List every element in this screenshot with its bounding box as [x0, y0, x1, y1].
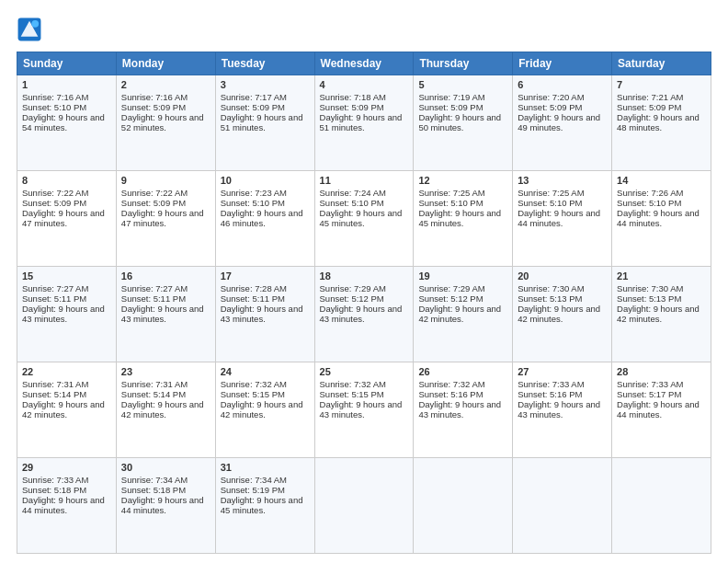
day-cell: 23Sunrise: 7:31 AMSunset: 5:14 PMDayligh…	[116, 362, 215, 458]
sunset-label: Sunset: 5:09 PM	[121, 198, 186, 208]
daylight-label: Daylight: 9 hours and 54 minutes.	[22, 112, 105, 132]
daylight-label: Daylight: 9 hours and 44 minutes.	[121, 495, 204, 515]
sunset-label: Sunset: 5:12 PM	[320, 293, 384, 304]
day-number: 31	[221, 462, 310, 473]
sunset-label: Sunset: 5:17 PM	[617, 389, 681, 399]
daylight-label: Daylight: 9 hours and 44 minutes.	[617, 208, 700, 228]
daylight-label: Daylight: 9 hours and 43 minutes.	[22, 304, 105, 324]
sunrise-label: Sunrise: 7:31 AM	[22, 379, 88, 389]
sunrise-label: Sunrise: 7:28 AM	[221, 283, 287, 293]
day-number: 28	[617, 366, 706, 377]
sunset-label: Sunset: 5:16 PM	[418, 389, 483, 399]
daylight-label: Daylight: 9 hours and 48 minutes.	[617, 112, 700, 132]
daylight-label: Daylight: 9 hours and 46 minutes.	[221, 208, 303, 228]
sunset-label: Sunset: 5:10 PM	[518, 198, 582, 208]
day-cell: 20Sunrise: 7:30 AMSunset: 5:13 PMDayligh…	[513, 267, 612, 362]
col-saturday: Saturday	[612, 52, 711, 75]
sunrise-label: Sunrise: 7:17 AM	[221, 92, 287, 102]
header	[17, 17, 711, 42]
day-number: 7	[617, 79, 706, 90]
sunset-label: Sunset: 5:10 PM	[418, 198, 483, 208]
day-number: 27	[518, 366, 607, 377]
week-row-5: 29Sunrise: 7:33 AMSunset: 5:18 PMDayligh…	[17, 458, 711, 554]
daylight-label: Daylight: 9 hours and 43 minutes.	[121, 304, 204, 324]
sunset-label: Sunset: 5:19 PM	[221, 485, 285, 495]
sunrise-label: Sunrise: 7:20 AM	[518, 92, 584, 102]
sunset-label: Sunset: 5:09 PM	[418, 102, 483, 112]
day-cell: 17Sunrise: 7:28 AMSunset: 5:11 PMDayligh…	[215, 267, 314, 362]
sunrise-label: Sunrise: 7:33 AM	[617, 379, 683, 389]
week-row-4: 22Sunrise: 7:31 AMSunset: 5:14 PMDayligh…	[17, 362, 711, 458]
day-cell: 12Sunrise: 7:25 AMSunset: 5:10 PMDayligh…	[414, 171, 513, 267]
sunset-label: Sunset: 5:18 PM	[22, 485, 86, 495]
day-number: 21	[617, 270, 706, 282]
day-cell: 26Sunrise: 7:32 AMSunset: 5:16 PMDayligh…	[414, 362, 513, 458]
day-number: 20	[518, 270, 607, 282]
day-number: 17	[221, 270, 310, 282]
daylight-label: Daylight: 9 hours and 51 minutes.	[320, 112, 403, 132]
day-cell: 2Sunrise: 7:16 AMSunset: 5:09 PMDaylight…	[116, 75, 215, 171]
day-number: 8	[22, 175, 111, 186]
daylight-label: Daylight: 9 hours and 42 minutes.	[617, 304, 700, 324]
sunrise-label: Sunrise: 7:31 AM	[121, 379, 188, 389]
daylight-label: Daylight: 9 hours and 47 minutes.	[22, 208, 105, 228]
sunrise-label: Sunrise: 7:33 AM	[518, 379, 584, 389]
daylight-label: Daylight: 9 hours and 43 minutes.	[518, 399, 600, 419]
sunset-label: Sunset: 5:14 PM	[22, 389, 86, 399]
daylight-label: Daylight: 9 hours and 52 minutes.	[121, 112, 204, 132]
sunrise-label: Sunrise: 7:33 AM	[22, 475, 88, 485]
day-number: 5	[418, 79, 507, 90]
sunrise-label: Sunrise: 7:32 AM	[418, 379, 484, 389]
daylight-label: Daylight: 9 hours and 42 minutes.	[518, 304, 600, 324]
sunset-label: Sunset: 5:09 PM	[320, 102, 384, 112]
daylight-label: Daylight: 9 hours and 45 minutes.	[418, 208, 501, 228]
sunset-label: Sunset: 5:12 PM	[418, 293, 483, 304]
day-cell: 18Sunrise: 7:29 AMSunset: 5:12 PMDayligh…	[314, 267, 414, 362]
sunrise-label: Sunrise: 7:22 AM	[121, 188, 188, 198]
day-cell: 6Sunrise: 7:20 AMSunset: 5:09 PMDaylight…	[513, 75, 612, 171]
daylight-label: Daylight: 9 hours and 50 minutes.	[418, 112, 501, 132]
day-number: 4	[320, 79, 409, 90]
day-cell: 4Sunrise: 7:18 AMSunset: 5:09 PMDaylight…	[314, 75, 414, 171]
day-cell	[414, 458, 513, 554]
day-cell: 8Sunrise: 7:22 AMSunset: 5:09 PMDaylight…	[17, 171, 117, 267]
day-number: 19	[418, 270, 507, 282]
day-number: 23	[121, 366, 210, 377]
day-cell: 11Sunrise: 7:24 AMSunset: 5:10 PMDayligh…	[314, 171, 414, 267]
day-cell: 29Sunrise: 7:33 AMSunset: 5:18 PMDayligh…	[17, 458, 117, 554]
sunset-label: Sunset: 5:09 PM	[221, 102, 285, 112]
day-cell: 3Sunrise: 7:17 AMSunset: 5:09 PMDaylight…	[215, 75, 314, 171]
sunrise-label: Sunrise: 7:32 AM	[221, 379, 287, 389]
sunrise-label: Sunrise: 7:16 AM	[121, 92, 188, 102]
sunrise-label: Sunrise: 7:29 AM	[418, 283, 484, 293]
day-number: 9	[121, 175, 210, 186]
day-number: 30	[121, 462, 210, 473]
sunrise-label: Sunrise: 7:26 AM	[617, 188, 683, 198]
sunset-label: Sunset: 5:10 PM	[320, 198, 384, 208]
day-cell: 5Sunrise: 7:19 AMSunset: 5:09 PMDaylight…	[414, 75, 513, 171]
sunset-label: Sunset: 5:10 PM	[221, 198, 285, 208]
sunset-label: Sunset: 5:09 PM	[121, 102, 186, 112]
sunrise-label: Sunrise: 7:29 AM	[320, 283, 386, 293]
day-cell: 14Sunrise: 7:26 AMSunset: 5:10 PMDayligh…	[612, 171, 711, 267]
day-number: 2	[121, 79, 210, 90]
sunrise-label: Sunrise: 7:34 AM	[121, 475, 188, 485]
day-number: 11	[320, 175, 409, 186]
sunrise-label: Sunrise: 7:19 AM	[418, 92, 484, 102]
daylight-label: Daylight: 9 hours and 45 minutes.	[320, 208, 403, 228]
daylight-label: Daylight: 9 hours and 43 minutes.	[320, 304, 403, 324]
week-row-3: 15Sunrise: 7:27 AMSunset: 5:11 PMDayligh…	[17, 267, 711, 362]
day-number: 22	[22, 366, 111, 377]
sunset-label: Sunset: 5:16 PM	[518, 389, 582, 399]
week-row-1: 1Sunrise: 7:16 AMSunset: 5:10 PMDaylight…	[17, 75, 711, 171]
day-cell: 9Sunrise: 7:22 AMSunset: 5:09 PMDaylight…	[116, 171, 215, 267]
day-number: 29	[22, 462, 111, 473]
day-cell: 27Sunrise: 7:33 AMSunset: 5:16 PMDayligh…	[513, 362, 612, 458]
col-monday: Monday	[116, 52, 215, 75]
sunrise-label: Sunrise: 7:23 AM	[221, 188, 287, 198]
col-wednesday: Wednesday	[314, 52, 414, 75]
day-cell	[314, 458, 414, 554]
sunset-label: Sunset: 5:09 PM	[22, 198, 86, 208]
day-number: 12	[418, 175, 507, 186]
day-number: 13	[518, 175, 607, 186]
